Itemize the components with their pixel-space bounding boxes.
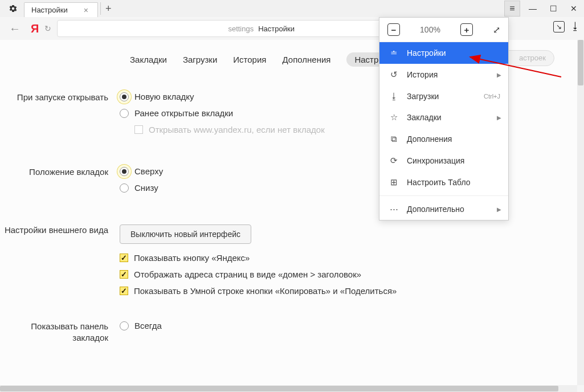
- check-smart-line-buttons[interactable]: Показывать в Умной строке кнопки «Копиро…: [120, 286, 577, 296]
- checkbox-icon: [120, 287, 128, 295]
- nav-addons[interactable]: Дополнения: [282, 55, 330, 64]
- tab-position-label: Положение вкладок: [0, 166, 120, 199]
- reload-button[interactable]: ↻: [44, 24, 51, 33]
- check-domain-title[interactable]: Отображать адреса страниц в виде «домен …: [120, 270, 577, 279]
- tab-separator: [100, 2, 101, 15]
- nav-downloads[interactable]: Загрузки: [183, 55, 217, 64]
- radio-bookmarks-always[interactable]: Всегда: [120, 321, 577, 330]
- section-appearance: Настройки внешнего вида Выключить новый …: [0, 224, 577, 303]
- browser-tab[interactable]: Настройки ×: [24, 2, 98, 17]
- menu-bookmarks[interactable]: ☆ Закладки ▶: [379, 107, 508, 128]
- address-prefix: settings: [228, 24, 254, 33]
- gear-icon[interactable]: [8, 3, 18, 14]
- menu-sync[interactable]: ⟳ Синхронизация: [379, 150, 508, 172]
- history-icon: ↺: [389, 70, 399, 80]
- section-bookmarks-bar: Показывать панель закладок Всегда: [0, 321, 577, 344]
- radio-icon: [120, 183, 129, 193]
- horizontal-scrollbar[interactable]: [0, 385, 577, 392]
- back-button[interactable]: ←: [9, 22, 21, 35]
- main-menu-button[interactable]: ≡: [504, 1, 520, 17]
- disable-new-ui-button[interactable]: Выключить новый интерфейс: [120, 224, 251, 244]
- bookmarks-bar-label: Показывать панель закладок: [0, 321, 120, 344]
- vertical-scrollbar[interactable]: [577, 40, 584, 385]
- zoom-level: 100%: [420, 25, 440, 34]
- nav-history[interactable]: История: [233, 55, 266, 64]
- menu-downloads[interactable]: ⭳ Загрузки Ctrl+J: [379, 85, 508, 107]
- download-icon: ⭳: [389, 91, 399, 101]
- yandex-logo[interactable]: Я: [31, 22, 39, 35]
- checkbox-icon: [120, 254, 128, 262]
- check-open-yandex: Открывать www.yandex.ru, если нет вкладо…: [134, 125, 577, 134]
- new-tab-button[interactable]: +: [105, 3, 112, 15]
- radio-icon: [120, 109, 129, 118]
- minimize-button[interactable]: —: [525, 1, 541, 17]
- close-tab-icon[interactable]: ×: [84, 6, 88, 15]
- startup-label: При запуске открывать: [0, 92, 120, 141]
- chevron-right-icon: ▶: [497, 72, 501, 78]
- radio-icon: [120, 167, 129, 176]
- menu-history[interactable]: ↺ История ▶: [379, 64, 508, 85]
- fullscreen-button[interactable]: ⤢: [493, 24, 500, 35]
- tableau-icon: ⊞: [389, 177, 399, 187]
- menu-settings[interactable]: ≐ Настройки: [379, 42, 508, 64]
- check-show-yandex-button[interactable]: Показывать кнопку «Яндекс»: [120, 253, 577, 263]
- zoom-in-button[interactable]: +: [460, 23, 473, 36]
- downloads-icon[interactable]: ⭳: [570, 21, 581, 32]
- zoom-out-button[interactable]: −: [387, 23, 400, 36]
- sync-icon: ⟳: [389, 156, 399, 166]
- appearance-label: Настройки внешнего вида: [0, 224, 120, 303]
- checkbox-icon: [134, 125, 143, 134]
- chevron-right-icon: ▶: [497, 206, 501, 213]
- menu-more[interactable]: ⋯ Дополнительно ▶: [379, 198, 508, 220]
- tab-bar: Настройки × + ≡ — ☐ ✕: [0, 0, 584, 17]
- checkbox-icon: [120, 270, 128, 279]
- shortcut-label: Ctrl+J: [484, 93, 500, 100]
- menu-addons[interactable]: ⧉ Дополнения: [379, 128, 508, 150]
- nav-bookmarks[interactable]: Закладки: [130, 55, 167, 64]
- radio-icon: [120, 321, 129, 330]
- addons-icon: ⧉: [389, 134, 399, 144]
- chevron-right-icon: ▶: [497, 115, 501, 121]
- menu-tableau[interactable]: ⊞ Настроить Табло: [379, 172, 508, 193]
- extension-icon[interactable]: ↘: [553, 21, 565, 32]
- maximize-button[interactable]: ☐: [545, 1, 561, 17]
- main-menu-popup: − 100% + ⤢ ≐ Настройки ↺ История ▶ ⭳ Заг…: [379, 17, 509, 220]
- menu-zoom-row: − 100% + ⤢: [379, 18, 508, 42]
- radio-icon: [120, 92, 129, 101]
- close-window-button[interactable]: ✕: [566, 1, 582, 17]
- star-icon: ☆: [389, 112, 399, 122]
- sliders-icon: ≐: [389, 48, 399, 58]
- tab-title: Настройки: [31, 6, 68, 14]
- menu-separator: [379, 195, 508, 196]
- more-icon: ⋯: [389, 204, 399, 214]
- address-title: Настройки: [258, 24, 295, 33]
